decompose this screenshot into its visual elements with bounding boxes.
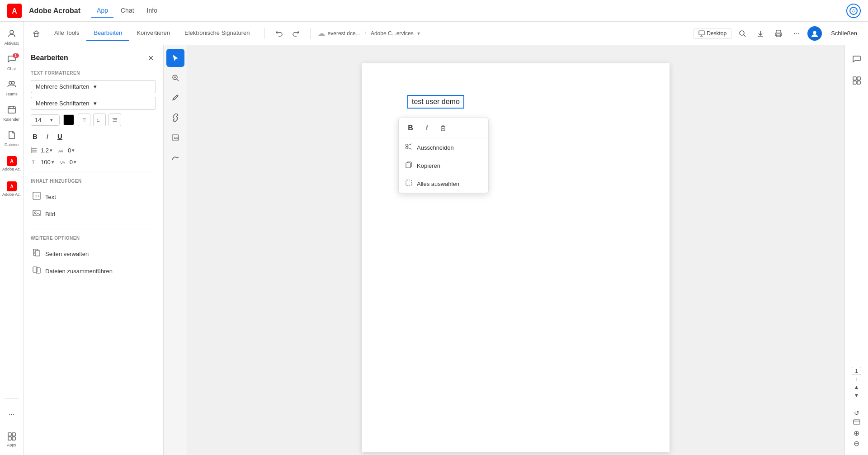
unordered-list-button[interactable]: ≡ xyxy=(78,114,90,126)
font-size-input[interactable]: 14 ▾ xyxy=(31,114,60,126)
user-avatar[interactable] xyxy=(807,26,822,41)
sidebar-item-teams[interactable]: Teams xyxy=(2,76,22,100)
right-chat-button[interactable] xyxy=(847,49,867,69)
context-select-all[interactable]: Alles auswählen xyxy=(399,175,488,193)
tab-bearbeiten[interactable]: Bearbeiten xyxy=(86,26,129,41)
close-button[interactable]: Schließen xyxy=(826,27,863,39)
font1-value: Mehrere Schriftarten xyxy=(36,83,94,90)
svg-line-50 xyxy=(177,79,179,81)
zoom-tool-button[interactable] xyxy=(166,69,184,87)
kerning-value[interactable]: 0 ▾ xyxy=(70,159,76,166)
align-right-button[interactable] xyxy=(108,114,121,126)
filename-dropdown[interactable]: ▾ xyxy=(417,30,420,37)
print-button[interactable] xyxy=(771,26,786,41)
svg-rect-63 xyxy=(406,163,410,168)
pages-label: Seiten verwalten xyxy=(45,251,89,257)
redo-button[interactable] xyxy=(288,26,303,41)
sidebar-item-activity[interactable]: Aktivität xyxy=(2,25,22,49)
refresh-button[interactable]: ↺ xyxy=(854,409,859,417)
add-text-item[interactable]: T+ Text xyxy=(31,188,156,205)
zoom-out-button[interactable]: ⊖ xyxy=(854,439,859,448)
link-tool-button[interactable] xyxy=(166,109,184,127)
kerning-item: VA 0 ▾ xyxy=(60,158,76,166)
panel-close-button[interactable]: ✕ xyxy=(145,52,156,63)
char-spacing-dropdown[interactable]: ▾ xyxy=(72,147,75,153)
sidebar-item-apps[interactable]: Apps xyxy=(2,428,22,451)
add-image-item[interactable]: Bild xyxy=(31,205,156,223)
search-button[interactable] xyxy=(735,26,750,41)
nav-app[interactable]: App xyxy=(91,4,113,18)
text-selection[interactable]: test user demo xyxy=(407,95,464,109)
line-height-number: 1.2 xyxy=(41,147,49,154)
tab-all-tools[interactable]: Alle Tools xyxy=(47,26,86,41)
line-height-dropdown[interactable]: ▾ xyxy=(50,147,52,153)
pencil-tool-button[interactable] xyxy=(166,89,184,107)
svg-rect-64 xyxy=(406,180,411,185)
font1-dropdown[interactable]: Mehrere Schriftarten ▾ xyxy=(31,80,156,93)
font2-dropdown[interactable]: Mehrere Schriftarten ▾ xyxy=(31,97,156,110)
adobe-logo: A xyxy=(7,4,22,18)
sidebar-item-acrobat2[interactable]: A Adobe Ac. xyxy=(2,177,22,201)
kerning-dropdown[interactable]: ▾ xyxy=(74,159,76,165)
context-cut[interactable]: Ausschneiden xyxy=(399,138,488,156)
document-area: test user demo B I xyxy=(187,45,844,455)
right-grid-button[interactable] xyxy=(847,71,867,90)
scroll-down-button[interactable]: ▼ xyxy=(854,392,859,398)
home-button[interactable] xyxy=(29,26,43,41)
tab-signaturen[interactable]: Elektronische Signaturen xyxy=(177,26,257,41)
svg-text:VA: VA xyxy=(60,161,65,165)
signature-tool-button[interactable] xyxy=(166,148,184,166)
nav-chat[interactable]: Chat xyxy=(115,4,140,18)
bold-button[interactable]: B xyxy=(31,132,39,141)
pages-item[interactable]: Seiten verwalten xyxy=(31,245,156,262)
select-tool-button[interactable] xyxy=(166,49,184,67)
cm-bold-button[interactable]: B xyxy=(404,122,417,134)
document-page: test user demo B I xyxy=(362,63,670,452)
select-all-label: Alles auswählen xyxy=(417,180,459,187)
underline-button[interactable]: U xyxy=(56,132,64,141)
breadcrumb-slash: / xyxy=(365,30,366,37)
sidebar-activity-label: Aktivität xyxy=(5,41,19,46)
ordered-list-button[interactable]: 1. xyxy=(93,114,106,126)
sidebar-item-acrobat1[interactable]: A Adobe Ac. xyxy=(2,152,22,175)
sidebar-item-chat[interactable]: 1 Chat xyxy=(2,51,22,74)
toolbar-separator2 xyxy=(310,28,311,39)
svg-rect-65 xyxy=(853,77,856,80)
sidebar-calendar-label: Kalender xyxy=(3,117,19,122)
desktop-button[interactable]: Desktop xyxy=(693,28,731,39)
char-spacing-icon: AV xyxy=(58,147,65,154)
cm-delete-button[interactable] xyxy=(437,122,449,134)
main-toolbar: Alle Tools Bearbeiten Konvertieren Elekt… xyxy=(24,22,868,45)
tab-konvertieren[interactable]: Konvertieren xyxy=(129,26,177,41)
sidebar-item-more[interactable]: ··· xyxy=(2,403,22,426)
nav-info[interactable]: Info xyxy=(142,4,163,18)
text-tool-button[interactable]: Aa xyxy=(166,128,184,147)
font-size2-value[interactable]: 100 ▾ xyxy=(41,159,54,166)
kerning-icon: VA xyxy=(60,158,67,166)
font1-arrow: ▾ xyxy=(94,83,151,90)
color-swatch[interactable] xyxy=(63,114,74,125)
font-size2-dropdown[interactable]: ▾ xyxy=(52,159,54,165)
download-button[interactable] xyxy=(753,26,768,41)
char-spacing-value[interactable]: 0 ▾ xyxy=(68,147,75,154)
activity-icon xyxy=(7,29,16,40)
scroll-up-button[interactable]: ▲ xyxy=(854,384,859,390)
sidebar-item-files[interactable]: Dateien xyxy=(2,127,22,150)
sidebar-item-calendar[interactable]: Kalender xyxy=(2,101,22,125)
more-options-button[interactable]: ··· xyxy=(789,26,804,41)
undo-button[interactable] xyxy=(272,26,287,41)
line-spacing-row: 1.2 ▾ AV 0 ▾ xyxy=(31,147,156,154)
page-thumbnail-button[interactable] xyxy=(853,418,860,427)
font-size-field[interactable]: 14 xyxy=(35,117,48,123)
italic-button[interactable]: I xyxy=(45,132,50,141)
cm-italic-button[interactable]: I xyxy=(420,122,433,134)
files-icon xyxy=(7,130,16,142)
context-copy[interactable]: Kopieren xyxy=(399,156,488,175)
font-size-arrow[interactable]: ▾ xyxy=(50,117,53,123)
copy-icon xyxy=(405,161,412,170)
teams-icon xyxy=(7,80,16,91)
svg-rect-69 xyxy=(854,420,860,424)
line-height-value[interactable]: 1.2 ▾ xyxy=(41,147,52,154)
merge-item[interactable]: Dateien zusammenführen xyxy=(31,262,156,280)
zoom-in-button[interactable]: ⊕ xyxy=(854,429,859,437)
